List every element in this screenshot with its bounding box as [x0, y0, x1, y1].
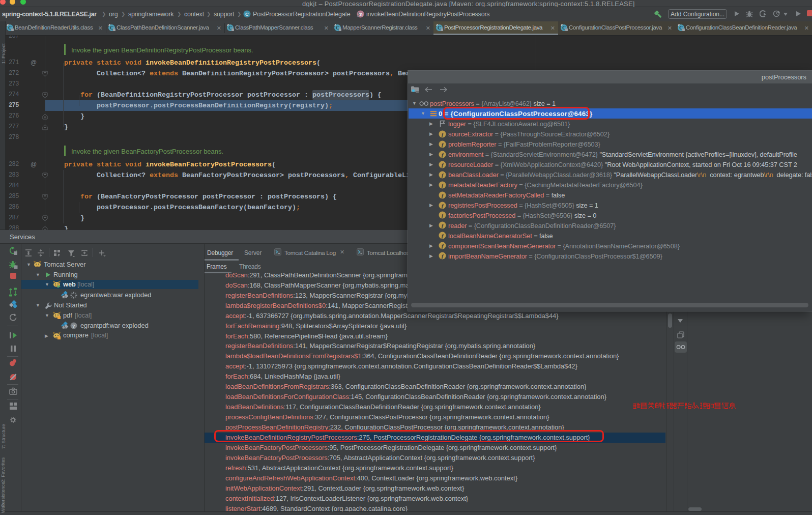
svg-text:C: C — [245, 11, 249, 17]
svg-text:?: ? — [72, 323, 75, 328]
